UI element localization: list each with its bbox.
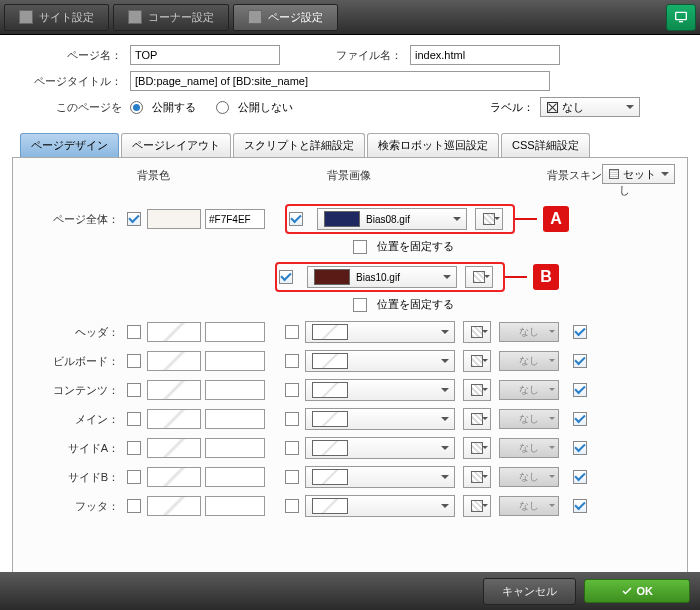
bgcolor-hex[interactable] bbox=[205, 409, 265, 429]
bgcolor-check[interactable] bbox=[127, 354, 141, 368]
bgcolor-swatch[interactable] bbox=[147, 438, 201, 458]
page-name-input[interactable] bbox=[130, 45, 280, 65]
bgimage-select[interactable] bbox=[305, 408, 455, 430]
skin-button[interactable] bbox=[463, 408, 491, 430]
bgimage-swatch-icon bbox=[312, 382, 348, 398]
radio-no-publish[interactable] bbox=[216, 101, 229, 114]
bgcolor-swatch[interactable] bbox=[147, 209, 201, 229]
skin-button[interactable] bbox=[463, 437, 491, 459]
nomargin-check[interactable] bbox=[573, 441, 587, 455]
row-page-whole: ページ全体： Bias08.gif A bbox=[27, 204, 673, 234]
bgimage-swatch-icon bbox=[312, 411, 348, 427]
bgcolor-check[interactable] bbox=[127, 325, 141, 339]
marker-line bbox=[505, 276, 527, 278]
bgimage-select[interactable] bbox=[305, 379, 455, 401]
fix-pos-a: 位置を固定する bbox=[353, 239, 673, 254]
skin-button[interactable] bbox=[463, 466, 491, 488]
bgimage-check[interactable] bbox=[285, 354, 299, 368]
nomargin-check[interactable] bbox=[573, 470, 587, 484]
subtab-script[interactable]: スクリプトと詳細設定 bbox=[233, 133, 365, 157]
bgcolor-swatch[interactable] bbox=[147, 322, 201, 342]
skin-nashi[interactable]: なし bbox=[499, 380, 559, 400]
bgcolor-hex[interactable] bbox=[205, 467, 265, 487]
bgimage-check[interactable] bbox=[289, 212, 303, 226]
row-label: ビルボード： bbox=[27, 354, 127, 369]
bgcolor-hex[interactable] bbox=[205, 380, 265, 400]
bgimage-select-a[interactable]: Bias08.gif bbox=[317, 208, 467, 230]
label-dropdown[interactable]: なし bbox=[540, 97, 640, 117]
bgcolor-check[interactable] bbox=[127, 383, 141, 397]
nomargin-check[interactable] bbox=[573, 412, 587, 426]
bgcolor-hex[interactable] bbox=[205, 351, 265, 371]
tab-corner-settings[interactable]: コーナー設定 bbox=[113, 4, 229, 31]
row-label: サイドB： bbox=[27, 470, 127, 485]
bgimage-select[interactable] bbox=[305, 437, 455, 459]
bgimage-swatch-icon bbox=[312, 324, 348, 340]
publish-radio-group: 公開する 公開しない bbox=[130, 100, 293, 115]
tab-icon bbox=[128, 10, 142, 24]
bgimage-check[interactable] bbox=[285, 441, 299, 455]
radio-publish[interactable] bbox=[130, 101, 143, 114]
subtab-css[interactable]: CSS詳細設定 bbox=[501, 133, 590, 157]
nomargin-check[interactable] bbox=[573, 354, 587, 368]
skin-nashi[interactable]: なし bbox=[499, 467, 559, 487]
bgimage-select-b[interactable]: Bias10.gif bbox=[307, 266, 457, 288]
bgcolor-swatch[interactable] bbox=[147, 496, 201, 516]
skin-nashi[interactable]: なし bbox=[499, 351, 559, 371]
bgimage-check-b[interactable] bbox=[279, 270, 293, 284]
bgcolor-hex[interactable] bbox=[205, 322, 265, 342]
bgimage-select[interactable] bbox=[305, 321, 455, 343]
fix-pos-check[interactable] bbox=[353, 240, 367, 254]
preview-button[interactable] bbox=[666, 4, 696, 31]
skin-button[interactable] bbox=[463, 350, 491, 372]
nomargin-check[interactable] bbox=[573, 325, 587, 339]
skin-button[interactable] bbox=[463, 495, 491, 517]
subtab-robot[interactable]: 検索ロボット巡回設定 bbox=[367, 133, 499, 157]
bgcolor-hex[interactable] bbox=[205, 496, 265, 516]
bgimage-select[interactable] bbox=[305, 350, 455, 372]
skin-icon bbox=[473, 271, 485, 283]
bgimage-select[interactable] bbox=[305, 495, 455, 517]
tab-page-settings[interactable]: ページ設定 bbox=[233, 4, 338, 31]
row-section: ビルボード：なし bbox=[27, 349, 673, 373]
skin-button-b[interactable] bbox=[465, 266, 493, 288]
bgcolor-check[interactable] bbox=[127, 441, 141, 455]
bgcolor-check[interactable] bbox=[127, 412, 141, 426]
bgcolor-hex[interactable] bbox=[205, 438, 265, 458]
skin-nashi[interactable]: なし bbox=[499, 409, 559, 429]
bgimage-check[interactable] bbox=[285, 470, 299, 484]
fix-pos-check[interactable] bbox=[353, 298, 367, 312]
bgcolor-hex[interactable] bbox=[205, 209, 265, 229]
bgimage-swatch-icon bbox=[312, 469, 348, 485]
bgimage-check[interactable] bbox=[285, 499, 299, 513]
marker-b: B bbox=[533, 264, 559, 290]
bgcolor-swatch[interactable] bbox=[147, 351, 201, 371]
ok-button[interactable]: OK bbox=[584, 579, 691, 603]
skin-nashi[interactable]: なし bbox=[499, 438, 559, 458]
skin-nashi[interactable]: なし bbox=[499, 322, 559, 342]
bgcolor-swatch[interactable] bbox=[147, 467, 201, 487]
bgcolor-check[interactable] bbox=[127, 212, 141, 226]
file-name-input[interactable] bbox=[410, 45, 560, 65]
subtab-page-design[interactable]: ページデザイン bbox=[20, 133, 119, 157]
bgcolor-check[interactable] bbox=[127, 499, 141, 513]
bgcolor-swatch[interactable] bbox=[147, 409, 201, 429]
bgimage-select[interactable] bbox=[305, 466, 455, 488]
skin-button-a[interactable] bbox=[475, 208, 503, 230]
bgimage-check[interactable] bbox=[285, 383, 299, 397]
skin-button[interactable] bbox=[463, 379, 491, 401]
nomargin-check[interactable] bbox=[573, 383, 587, 397]
bgimage-check[interactable] bbox=[285, 412, 299, 426]
bgcolor-check[interactable] bbox=[127, 470, 141, 484]
page-title-input[interactable] bbox=[130, 71, 550, 91]
subtab-page-layout[interactable]: ページレイアウト bbox=[121, 133, 231, 157]
bgcolor-swatch[interactable] bbox=[147, 380, 201, 400]
label-label: ラベル： bbox=[490, 100, 534, 115]
skin-button[interactable] bbox=[463, 321, 491, 343]
bgimage-check[interactable] bbox=[285, 325, 299, 339]
set-dropdown[interactable]: セット bbox=[602, 164, 675, 184]
skin-nashi[interactable]: なし bbox=[499, 496, 559, 516]
cancel-button[interactable]: キャンセル bbox=[483, 578, 576, 605]
tab-site-settings[interactable]: サイト設定 bbox=[4, 4, 109, 31]
nomargin-check[interactable] bbox=[573, 499, 587, 513]
